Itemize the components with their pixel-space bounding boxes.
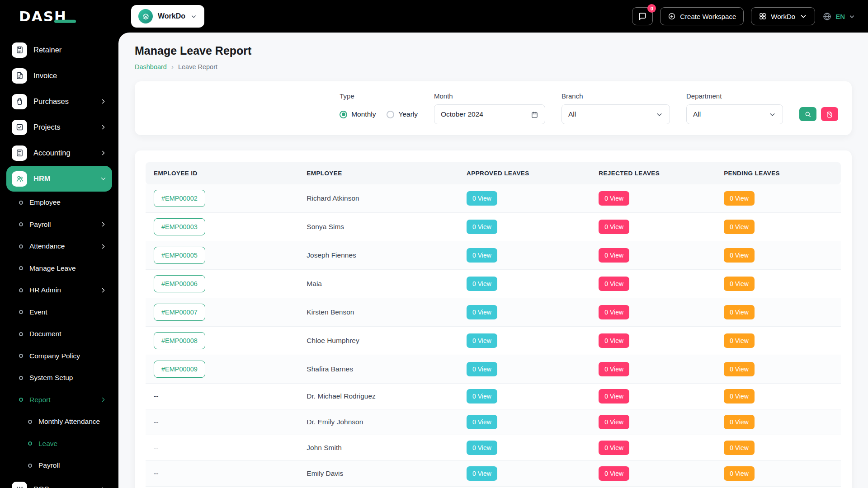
employee-name: Joseph Fiennes bbox=[298, 241, 458, 270]
sidebar-item-event[interactable]: Event bbox=[6, 301, 112, 324]
filter-actions bbox=[799, 107, 838, 121]
sidebar-item-purchases[interactable]: Purchases bbox=[6, 89, 112, 114]
rejected-leaves-badge[interactable]: 0 View bbox=[599, 362, 629, 376]
sidebar: RetainerInvoicePurchasesProjectsAccounti… bbox=[0, 33, 118, 488]
employee-id: -- bbox=[154, 392, 158, 400]
chat-icon bbox=[638, 12, 647, 21]
filter-branch-group: Branch All bbox=[561, 92, 670, 124]
chevron-down-icon bbox=[849, 13, 855, 20]
apps-dropdown[interactable]: WorkDo bbox=[751, 7, 815, 25]
create-workspace-button[interactable]: Create Workspace bbox=[660, 7, 744, 25]
employee-id-badge[interactable]: #EMP00008 bbox=[154, 332, 205, 349]
language-selector[interactable]: EN bbox=[822, 12, 855, 21]
pending-leaves-badge[interactable]: 0 View bbox=[724, 415, 755, 429]
sidebar-item-accounting[interactable]: Accounting bbox=[6, 140, 112, 166]
rejected-leaves-badge[interactable]: 0 View bbox=[599, 248, 629, 263]
branch-select[interactable]: All bbox=[561, 104, 670, 124]
table-row: --Dr. Michael Rodriguez0 View0 View0 Vie… bbox=[146, 384, 841, 409]
language-label: EN bbox=[835, 13, 845, 20]
leave-report-table: EMPLOYEE ID EMPLOYEE APPROVED LEAVES REJ… bbox=[146, 162, 841, 488]
sidebar-item-hrm[interactable]: HRM bbox=[6, 166, 112, 192]
sidebar-item-report[interactable]: Report bbox=[6, 389, 112, 411]
employee-id-badge[interactable]: #EMP00006 bbox=[154, 275, 205, 292]
breadcrumb-dashboard-link[interactable]: Dashboard bbox=[135, 63, 167, 70]
approved-leaves-badge[interactable]: 0 View bbox=[467, 362, 497, 376]
branch-value: All bbox=[568, 110, 576, 118]
search-button[interactable] bbox=[799, 107, 816, 121]
pending-leaves-badge[interactable]: 0 View bbox=[724, 305, 755, 319]
approved-leaves-badge[interactable]: 0 View bbox=[467, 220, 497, 234]
employee-id: -- bbox=[154, 469, 158, 477]
approved-leaves-badge[interactable]: 0 View bbox=[467, 415, 497, 429]
page-title: Manage Leave Report bbox=[135, 44, 852, 57]
rejected-leaves-badge[interactable]: 0 View bbox=[599, 466, 629, 481]
messages-button[interactable]: 0 bbox=[632, 7, 653, 25]
table-row: --James Brown0 View0 View0 View bbox=[146, 487, 841, 488]
employee-id-badge[interactable]: #EMP00009 bbox=[154, 361, 205, 378]
sidebar-item-projects[interactable]: Projects bbox=[6, 114, 112, 140]
pending-leaves-badge[interactable]: 0 View bbox=[724, 362, 755, 376]
approved-leaves-badge[interactable]: 0 View bbox=[467, 333, 497, 348]
rejected-leaves-badge[interactable]: 0 View bbox=[599, 415, 629, 429]
sidebar-item-pos[interactable]: POS bbox=[6, 477, 112, 488]
rejected-leaves-badge[interactable]: 0 View bbox=[599, 389, 629, 404]
sidebar-item-employee[interactable]: Employee bbox=[6, 192, 112, 214]
pending-leaves-badge[interactable]: 0 View bbox=[724, 389, 755, 404]
sidebar-item-label: Payroll bbox=[29, 221, 51, 229]
month-input[interactable]: October 2024 bbox=[434, 104, 545, 124]
sidebar-item-manage-leave[interactable]: Manage Leave bbox=[6, 258, 112, 280]
employee-id-badge[interactable]: #EMP00005 bbox=[154, 247, 205, 264]
sidebar-item-company-policy[interactable]: Company Policy bbox=[6, 345, 112, 367]
sidebar-item-label: Monthly Attendance bbox=[38, 418, 100, 426]
pending-leaves-badge[interactable]: 0 View bbox=[724, 248, 755, 263]
employee-id-badge[interactable]: #EMP00003 bbox=[154, 218, 205, 235]
approved-leaves-badge[interactable]: 0 View bbox=[467, 191, 497, 206]
sidebar-item-attendance[interactable]: Attendance bbox=[6, 235, 112, 258]
sidebar-item-document[interactable]: Document bbox=[6, 323, 112, 345]
rejected-leaves-badge[interactable]: 0 View bbox=[599, 441, 629, 455]
sidebar-item-system-setup[interactable]: System Setup bbox=[6, 367, 112, 389]
chevron-right-icon bbox=[100, 243, 107, 250]
sidebar-item-payroll[interactable]: Payroll bbox=[6, 455, 112, 477]
plus-circle-icon bbox=[668, 12, 676, 20]
leave-report-table-card: EMPLOYEE ID EMPLOYEE APPROVED LEAVES REJ… bbox=[135, 150, 852, 488]
approved-leaves-badge[interactable]: 0 View bbox=[467, 389, 497, 404]
employee-name: James Brown bbox=[298, 487, 458, 488]
approved-leaves-badge[interactable]: 0 View bbox=[467, 441, 497, 455]
approved-leaves-badge[interactable]: 0 View bbox=[467, 466, 497, 481]
employee-name: John Smith bbox=[298, 435, 458, 461]
pending-leaves-badge[interactable]: 0 View bbox=[724, 191, 755, 206]
reset-filter-icon bbox=[826, 111, 833, 118]
table-header-row: EMPLOYEE ID EMPLOYEE APPROVED LEAVES REJ… bbox=[146, 162, 841, 184]
pending-leaves-badge[interactable]: 0 View bbox=[724, 277, 755, 291]
approved-leaves-badge[interactable]: 0 View bbox=[467, 248, 497, 263]
bullet-icon bbox=[19, 266, 23, 270]
rejected-leaves-badge[interactable]: 0 View bbox=[599, 191, 629, 206]
employee-id-badge[interactable]: #EMP00002 bbox=[154, 190, 205, 207]
rejected-leaves-badge[interactable]: 0 View bbox=[599, 220, 629, 234]
sidebar-item-retainer[interactable]: Retainer bbox=[6, 37, 112, 63]
sidebar-item-payroll[interactable]: Payroll bbox=[6, 214, 112, 236]
approved-leaves-badge[interactable]: 0 View bbox=[467, 277, 497, 291]
sidebar-item-hr-admin[interactable]: HR Admin bbox=[6, 279, 112, 301]
sidebar-item-label: Projects bbox=[33, 123, 61, 131]
branch-label: Branch bbox=[561, 92, 670, 100]
sidebar-item-monthly-attendance[interactable]: Monthly Attendance bbox=[6, 411, 112, 433]
rejected-leaves-badge[interactable]: 0 View bbox=[599, 305, 629, 319]
workspace-switcher[interactable]: WorkDo bbox=[131, 5, 204, 28]
sidebar-item-leave[interactable]: Leave bbox=[6, 433, 112, 455]
rejected-leaves-badge[interactable]: 0 View bbox=[599, 333, 629, 348]
sidebar-item-invoice[interactable]: Invoice bbox=[6, 63, 112, 89]
department-select[interactable]: All bbox=[686, 104, 783, 124]
pending-leaves-badge[interactable]: 0 View bbox=[724, 466, 755, 481]
reset-filter-button[interactable] bbox=[821, 107, 838, 121]
pending-leaves-badge[interactable]: 0 View bbox=[724, 333, 755, 348]
radio-monthly[interactable]: Monthly bbox=[340, 110, 376, 118]
pending-leaves-badge[interactable]: 0 View bbox=[724, 220, 755, 234]
department-value: All bbox=[693, 110, 701, 118]
rejected-leaves-badge[interactable]: 0 View bbox=[599, 277, 629, 291]
pending-leaves-badge[interactable]: 0 View bbox=[724, 441, 755, 455]
radio-yearly[interactable]: Yearly bbox=[387, 110, 418, 118]
employee-id-badge[interactable]: #EMP00007 bbox=[154, 304, 205, 321]
approved-leaves-badge[interactable]: 0 View bbox=[467, 305, 497, 319]
